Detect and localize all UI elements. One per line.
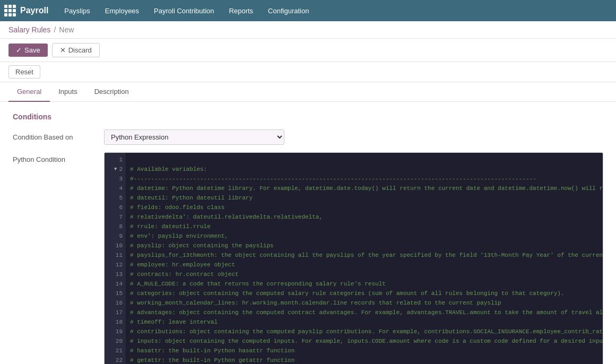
line-number: 5: [105, 193, 126, 203]
app-brand[interactable]: Payroll: [4, 5, 48, 16]
condition-based-on-label: Condition Based on: [13, 133, 98, 141]
line-number: 8: [105, 222, 126, 231]
code-lines: # Available variables:#-----------------…: [126, 153, 603, 364]
code-line: # Available variables:: [130, 164, 598, 174]
code-line: # timeoff: leave interval: [130, 317, 598, 327]
code-line: # inputs: object containing the computed…: [130, 336, 598, 346]
topnav: Payroll Payslips Employees Payroll Contr…: [0, 0, 616, 21]
code-line: # fields: odoo.fields class: [130, 203, 598, 212]
line-number: 15: [105, 289, 126, 298]
code-line: # contributions: object containing the c…: [130, 327, 598, 336]
breadcrumb-separator: /: [54, 25, 56, 34]
code-line: # dateutil: Python dateutil library: [130, 193, 598, 203]
breadcrumb: Salary Rules / New: [0, 21, 616, 39]
save-label: Save: [24, 46, 40, 54]
brand-label: Payroll: [20, 6, 48, 15]
breadcrumb-current: New: [59, 25, 74, 34]
discard-button[interactable]: ✕ Discard: [52, 43, 100, 57]
nav-payroll-contribution[interactable]: Payroll Contribution: [146, 0, 221, 21]
secondary-bar: Reset: [0, 62, 616, 82]
line-number: 7: [105, 212, 126, 222]
code-line: # employee: hr.employee object: [130, 260, 598, 270]
breadcrumb-parent[interactable]: Salary Rules: [8, 25, 50, 34]
condition-select-wrapper: Python Expression Always True Range: [104, 129, 284, 145]
code-line: [130, 155, 598, 164]
conditions-section-title: Conditions: [13, 112, 603, 121]
tab-description[interactable]: Description: [86, 82, 137, 102]
line-number: 22: [105, 356, 126, 364]
line-number: 3: [105, 174, 126, 184]
line-number: 11: [105, 250, 126, 260]
line-number: ▼2: [105, 164, 126, 174]
code-line: # advantages: object containing the comp…: [130, 308, 598, 317]
nav-configuration[interactable]: Configuration: [261, 0, 316, 21]
python-condition-label: Python Condition: [13, 152, 98, 163]
line-number: 19: [105, 327, 126, 336]
line-number: 21: [105, 346, 126, 356]
code-line: # hasattr: the built-in Python hasattr f…: [130, 346, 598, 356]
line-number: 17: [105, 308, 126, 317]
code-line: # payslips_for_13thmonth: the object con…: [130, 250, 598, 260]
save-button[interactable]: ✓ Save: [8, 44, 48, 57]
reset-button[interactable]: Reset: [8, 65, 40, 79]
main-content: General Inputs Description Conditions Co…: [0, 82, 616, 364]
line-number: 18: [105, 317, 126, 327]
tabs-bar: General Inputs Description: [0, 82, 616, 102]
nav-employees[interactable]: Employees: [98, 0, 146, 21]
line-number: 6: [105, 203, 126, 212]
code-line: # datetime: Python datetime library. For…: [130, 184, 598, 193]
nav-reports[interactable]: Reports: [222, 0, 261, 21]
code-editor-inner: 1▼23456789101112131415161718192021222324…: [105, 153, 603, 364]
line-number: 13: [105, 270, 126, 279]
code-line: # relativedelta': dateutil.relativedelta…: [130, 212, 598, 222]
code-line: # A_RULE_CODE: a code that returns the c…: [130, 279, 598, 289]
line-number: 10: [105, 241, 126, 250]
topnav-links: Payslips Employees Payroll Contribution …: [57, 0, 316, 21]
line-number: 4: [105, 184, 126, 193]
tab-general[interactable]: General: [8, 82, 50, 102]
line-number: 14: [105, 279, 126, 289]
line-number: 20: [105, 336, 126, 346]
code-line: #---------------------------------------…: [130, 174, 598, 184]
line-number: 1: [105, 155, 126, 164]
save-check-icon: ✓: [16, 46, 22, 54]
grid-icon: [4, 5, 16, 16]
code-line: # contracts: hr.contract object: [130, 270, 598, 279]
action-bar: ✓ Save ✕ Discard: [0, 39, 616, 62]
condition-based-on-select[interactable]: Python Expression Always True Range: [104, 129, 284, 145]
form-content: Conditions Condition Based on Python Exp…: [0, 102, 616, 364]
code-line: # working_month_calendar_lines: hr.worki…: [130, 298, 598, 308]
line-numbers: 1▼23456789101112131415161718192021222324…: [105, 153, 126, 364]
discard-x-icon: ✕: [60, 46, 66, 54]
line-number: 9: [105, 231, 126, 241]
python-condition-row: Python Condition 1▼234567891011121314151…: [13, 152, 603, 364]
code-line: # rrule: dateutil.rrule: [130, 222, 598, 231]
code-line: # getattr: the built-in Python getattr f…: [130, 356, 598, 364]
line-number: 12: [105, 260, 126, 270]
nav-payslips[interactable]: Payslips: [57, 0, 97, 21]
condition-based-on-row: Condition Based on Python Expression Alw…: [13, 129, 603, 145]
line-number: 16: [105, 298, 126, 308]
tab-inputs[interactable]: Inputs: [50, 82, 85, 102]
discard-label: Discard: [68, 46, 92, 54]
python-condition-editor[interactable]: 1▼23456789101112131415161718192021222324…: [104, 152, 603, 364]
code-line: # payslip: object containing the payslip…: [130, 241, 598, 250]
code-line: # categories: object containing the comp…: [130, 289, 598, 298]
code-line: # env': payslip environment,: [130, 231, 598, 241]
